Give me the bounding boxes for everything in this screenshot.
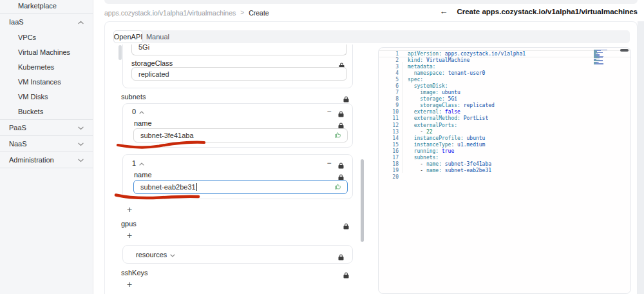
chevron-up-icon bbox=[78, 18, 84, 26]
scrollbar-thumb[interactable] bbox=[361, 159, 364, 242]
code-line: 16 running: true bbox=[379, 148, 591, 155]
input-value: subnet-eab2be31 bbox=[140, 183, 196, 191]
code-line: 18 - name: subnet-3fe41aba bbox=[379, 161, 591, 168]
gpus-label: gpus bbox=[121, 220, 137, 228]
sidebar-item-vm-disks[interactable]: VM Disks bbox=[0, 90, 93, 104]
sidebar-item-label: Buckets bbox=[18, 108, 43, 115]
sidebar-section-iaas[interactable]: IaaS bbox=[0, 14, 93, 30]
thumbs-up-icon bbox=[334, 182, 342, 191]
code-line: 2kind: VirtualMachine bbox=[379, 57, 591, 64]
storage-class-label: storageClass bbox=[131, 59, 173, 67]
sidebar-section-label: PaaS bbox=[9, 124, 26, 132]
code-line: 4 namespace: tenant-user0 bbox=[379, 70, 591, 77]
remove-item-button[interactable]: − bbox=[324, 107, 334, 116]
chevron-down-icon bbox=[170, 251, 175, 259]
breadcrumb-separator: > bbox=[240, 9, 244, 16]
sidebar-item-vm-instances[interactable]: VM Instances bbox=[0, 75, 93, 90]
divider bbox=[0, 168, 93, 168]
breadcrumb-resource-link[interactable]: apps.cozystack.io/v1alpha1/virtualmachin… bbox=[104, 9, 236, 17]
code-line: 13 - 22 bbox=[379, 129, 591, 135]
name-label: name bbox=[134, 119, 152, 127]
code-line: 5spec: bbox=[379, 77, 591, 83]
lock-icon[interactable] bbox=[343, 270, 350, 277]
lock-icon[interactable] bbox=[338, 120, 345, 127]
input-value: 5Gi bbox=[138, 44, 149, 51]
input-value: subnet-3fe41aba bbox=[140, 132, 194, 139]
breadcrumb: apps.cozystack.io/v1alpha1/virtualmachin… bbox=[104, 8, 269, 17]
text-cursor bbox=[196, 183, 197, 191]
app-window: Marketplace IaaS VPCs Virtual Machines K… bbox=[0, 0, 644, 294]
editor-scrollbar-thumb[interactable] bbox=[620, 49, 629, 52]
code-line: 19 - name: subnet-eab2be31 bbox=[379, 168, 591, 174]
lock-icon[interactable] bbox=[343, 93, 350, 101]
add-gpu-button[interactable]: + bbox=[124, 230, 135, 240]
subnet-item-0-header[interactable]: 0 bbox=[132, 108, 144, 115]
page-header: ← Create apps.cozystack.io/v1alpha1/virt… bbox=[439, 6, 638, 16]
tab-manual[interactable]: Manual bbox=[143, 30, 173, 43]
sidebar-item-label: Marketplace bbox=[18, 2, 57, 10]
thumbs-up-icon bbox=[334, 131, 342, 140]
subnet-1-name-input[interactable]: subnet-eab2be31 bbox=[133, 180, 348, 194]
subnets-label: subnets bbox=[121, 93, 146, 101]
storage-class-input[interactable]: replicated bbox=[131, 67, 347, 81]
minimap[interactable] bbox=[594, 50, 614, 66]
system-disk-card: 5Gi storageClass replicated bbox=[122, 44, 353, 88]
sidebar-item-kubernetes[interactable]: Kubernetes bbox=[0, 60, 93, 75]
page-title: Create apps.cozystack.io/v1alpha1/virtua… bbox=[457, 8, 638, 15]
input-value: replicated bbox=[138, 70, 169, 78]
code-line: 14 instanceProfile: ubuntu bbox=[379, 135, 591, 142]
remove-item-button[interactable]: − bbox=[324, 159, 334, 168]
yaml-editor-lines: 1apiVersion: apps.cozystack.io/v1alpha12… bbox=[379, 51, 591, 181]
item-index: 1 bbox=[132, 159, 136, 167]
sidebar-item-label: VM Instances bbox=[18, 78, 61, 86]
sidebar-item-vpcs[interactable]: VPCs bbox=[0, 30, 93, 45]
subnet-0-name-input[interactable]: subnet-3fe41aba bbox=[133, 128, 348, 142]
sidebar-item-virtual-machines[interactable]: Virtual Machines bbox=[0, 45, 93, 60]
minimap-line bbox=[594, 64, 603, 64]
code-line: 20 bbox=[379, 174, 591, 181]
lock-icon[interactable] bbox=[338, 160, 345, 167]
lock-icon[interactable] bbox=[338, 251, 345, 259]
yaml-editor[interactable]: 1apiVersion: apps.cozystack.io/v1alpha12… bbox=[378, 47, 631, 294]
code-line: 15 instanceType: u1.medium bbox=[379, 142, 591, 148]
sidebar-section-paas[interactable]: PaaS bbox=[0, 120, 93, 135]
sidebar-item-label: VPCs bbox=[18, 34, 36, 41]
sidebar-item-marketplace[interactable]: Marketplace bbox=[0, 0, 93, 13]
sidebar-item-buckets[interactable]: Buckets bbox=[0, 104, 93, 119]
sidebar-section-label: IaaS bbox=[9, 18, 24, 26]
chevron-down-icon bbox=[78, 140, 84, 148]
name-label: name bbox=[134, 171, 152, 179]
lock-icon[interactable] bbox=[343, 220, 350, 228]
add-subnet-button[interactable]: + bbox=[124, 204, 135, 215]
storage-input-partial[interactable]: 5Gi bbox=[131, 44, 347, 55]
sidebar-section-administration[interactable]: Administration bbox=[0, 152, 93, 168]
sidebar-section-naas[interactable]: NaaS bbox=[0, 136, 93, 152]
code-line: 1apiVersion: apps.cozystack.io/v1alpha1 bbox=[379, 51, 591, 57]
tab-openapi[interactable]: OpenAPI bbox=[113, 30, 143, 43]
code-line: 7 image: ubuntu bbox=[379, 90, 591, 96]
ssh-keys-label: sshKeys bbox=[121, 269, 148, 277]
search-bar-partial[interactable] bbox=[104, 0, 638, 4]
page-background-strip bbox=[638, 21, 644, 294]
code-line: 11 externalMethod: PortList bbox=[379, 115, 591, 122]
item-index: 0 bbox=[132, 108, 136, 115]
openapi-form-panel: 5Gi storageClass replicated subnets 0 − … bbox=[116, 44, 362, 294]
resources-label: resources bbox=[136, 251, 167, 259]
add-ssh-key-button[interactable]: + bbox=[124, 279, 135, 289]
sidebar: Marketplace IaaS VPCs Virtual Machines K… bbox=[0, 0, 93, 294]
lock-icon[interactable] bbox=[338, 108, 345, 115]
back-button[interactable]: ← bbox=[439, 6, 448, 16]
resources-toggle[interactable]: resources bbox=[136, 251, 175, 259]
subnet-item-1-header[interactable]: 1 bbox=[132, 159, 144, 167]
lock-icon[interactable] bbox=[338, 172, 345, 179]
code-line: 12 externalPorts: bbox=[379, 122, 591, 129]
scroll-thumb[interactable] bbox=[118, 45, 122, 60]
subnet-item-1-card: 1 − name subnet-eab2be31 bbox=[122, 154, 353, 199]
sidebar-section-label: Administration bbox=[9, 156, 54, 164]
sidebar-item-label: Virtual Machines bbox=[18, 48, 70, 56]
subnet-item-0-card: 0 − name subnet-3fe41aba bbox=[122, 103, 353, 148]
lock-icon[interactable] bbox=[339, 60, 345, 67]
resources-card: resources bbox=[122, 245, 353, 264]
sidebar-section-label: NaaS bbox=[9, 140, 27, 148]
code-line: 6 systemDisk: bbox=[379, 83, 591, 90]
